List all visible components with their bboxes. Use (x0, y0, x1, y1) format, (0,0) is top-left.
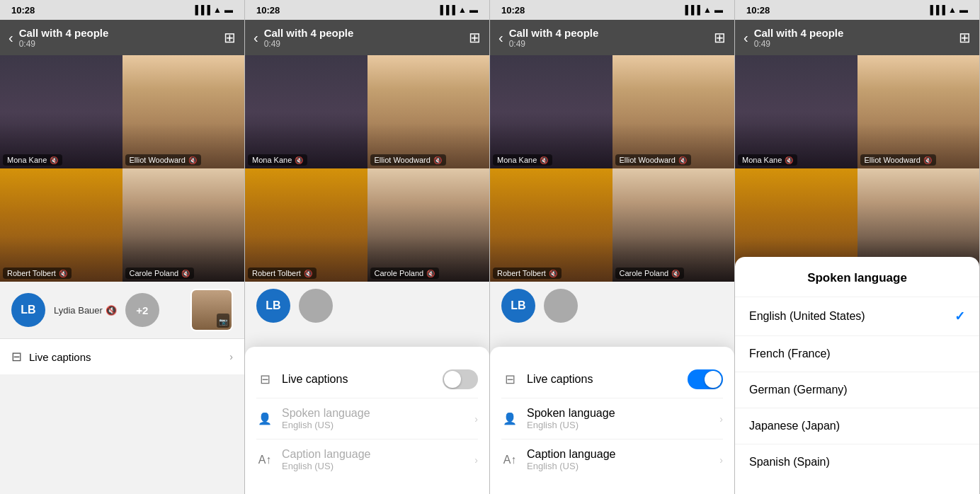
signal-icon-2: ▐▐▐ (438, 5, 456, 15)
language-item[interactable]: German (Germany) (735, 372, 979, 408)
gray-avatar-2 (299, 289, 333, 323)
captions-icon-2: ⊟ (256, 372, 273, 387)
spoken-icon-3: 👤 (501, 412, 518, 425)
time-2: 10:28 (256, 5, 280, 16)
language-name: English (United States) (749, 310, 955, 323)
video-elliot-4: Elliot Woodward 🔇 (858, 55, 980, 168)
spoken-title-3: Spoken language (527, 407, 711, 420)
elliot-name-1: Elliot Woodward (130, 156, 186, 164)
language-item[interactable]: Spanish (Spain) (735, 444, 979, 480)
panel-2: 10:28 ▐▐▐ ▲ ▬ ‹ Call with 4 people 0:49 … (245, 0, 490, 494)
captions-toggle-3[interactable] (688, 369, 723, 389)
call-header-3: ‹ Call with 4 people 0:49 ⊞ (490, 20, 734, 55)
captions-icon-1: ⊟ (11, 349, 22, 364)
bottom-area-3: LB ⊟ Live captions 👤 Spoken language Eng… (490, 282, 734, 494)
caption-lang-row-2: A↑ Caption language English (US) › (256, 440, 478, 480)
caption-lang-row-3[interactable]: A↑ Caption language English (US) › (501, 440, 723, 480)
back-button-3[interactable]: ‹ (498, 30, 503, 46)
call-title-2: Call with 4 people (264, 27, 463, 39)
status-bar-1: 10:28 ▐▐▐ ▲ ▬ (0, 0, 244, 20)
wifi-icon-3: ▲ (703, 5, 712, 15)
spoken-content-2: Spoken language English (US) (282, 407, 466, 430)
settings-captions-row-2[interactable]: ⊟ Live captions (256, 361, 478, 398)
video-grid-3: Mona Kane 🔇 Elliot Woodward 🔇 Robert Tol… (490, 55, 734, 282)
battery-icon-2: ▬ (469, 5, 478, 15)
mona-name-1: Mona Kane (7, 156, 47, 164)
battery-icon: ▬ (224, 5, 233, 15)
settings-captions-row-3[interactable]: ⊟ Live captions (501, 361, 723, 398)
mic-elliot-3: 🔇 (678, 156, 687, 164)
language-list: English (United States)✓French (France)G… (735, 297, 979, 480)
battery-icon-4: ▬ (959, 5, 968, 15)
mic-elliot-2: 🔇 (433, 156, 442, 164)
call-duration-2: 0:49 (264, 39, 463, 49)
status-icons-2: ▐▐▐ ▲ ▬ (438, 5, 478, 15)
call-duration-3: 0:49 (509, 39, 708, 49)
language-name: German (Germany) (749, 384, 965, 396)
time-4: 10:28 (746, 5, 770, 16)
call-header-4: ‹ Call with 4 people 0:49 ⊞ (735, 20, 979, 55)
chevron-right-1: › (229, 351, 233, 362)
mic-elliot-4: 🔇 (923, 156, 932, 164)
back-button-2[interactable]: ‹ (253, 30, 258, 46)
label-elliot-2: Elliot Woodward 🔇 (370, 154, 446, 166)
settings-panel-2: ⊟ Live captions 👤 Spoken language Englis… (245, 347, 489, 494)
language-name: Japanese (Japan) (749, 420, 965, 432)
video-mona-1: Mona Kane 🔇 (0, 55, 122, 168)
video-robert-2: Robert Tolbert 🔇 (245, 168, 368, 282)
captions-toggle-2[interactable] (443, 369, 478, 389)
language-item[interactable]: Japanese (Japan) (735, 408, 979, 444)
wifi-icon: ▲ (213, 5, 222, 15)
lydia-avatar-3: LB (501, 289, 535, 323)
caption-content-3: Caption language English (US) (527, 448, 711, 471)
label-mona-1: Mona Kane 🔇 (3, 154, 62, 166)
participants-icon-3[interactable]: ⊞ (714, 29, 726, 46)
label-mona-3: Mona Kane 🔇 (493, 154, 552, 166)
participants-icon-1[interactable]: ⊞ (224, 29, 236, 46)
video-mona-2: Mona Kane 🔇 (245, 55, 368, 168)
language-name: French (France) (749, 347, 965, 360)
spoken-chevron-3: › (719, 413, 723, 425)
caption-title-3: Caption language (527, 448, 711, 461)
participants-icon-2[interactable]: ⊞ (469, 29, 481, 46)
video-elliot-3: Elliot Woodward 🔇 (612, 55, 735, 168)
mic-robert-3: 🔇 (549, 270, 557, 277)
label-mona-4: Mona Kane 🔇 (738, 154, 797, 166)
call-info-3: Call with 4 people 0:49 (509, 27, 708, 49)
participants-icon-4[interactable]: ⊞ (959, 29, 971, 46)
back-button-4[interactable]: ‹ (743, 30, 748, 46)
language-item[interactable]: English (United States)✓ (735, 297, 979, 336)
time-1: 10:28 (11, 5, 35, 16)
mic-carole-3: 🔇 (671, 270, 680, 277)
mic-carole-2: 🔇 (426, 270, 435, 277)
captions-icon-3: ⊟ (501, 372, 518, 387)
call-header-2: ‹ Call with 4 people 0:49 ⊞ (245, 20, 489, 55)
video-grid-2: Mona Kane 🔇 Elliot Woodward 🔇 Robert Tol… (245, 55, 489, 282)
video-robert-1: Robert Tolbert 🔇 (0, 168, 122, 282)
back-button-1[interactable]: ‹ (8, 30, 13, 46)
status-bar-2: 10:28 ▐▐▐ ▲ ▬ (245, 0, 489, 20)
call-info-4: Call with 4 people 0:49 (754, 27, 953, 49)
video-elliot-1: Elliot Woodward 🔇 (122, 55, 245, 168)
panel-1: 10:28 ▐▐▐ ▲ ▬ ‹ Call with 4 people 0:49 … (0, 0, 245, 494)
spoken-content-3: Spoken language English (US) (527, 407, 711, 430)
label-robert-1: Robert Tolbert 🔇 (3, 268, 72, 279)
spoken-lang-row-3[interactable]: 👤 Spoken language English (US) › (501, 398, 723, 440)
camera-overlay-icon: 📷 (219, 318, 227, 326)
label-robert-2: Robert Tolbert 🔇 (248, 268, 317, 279)
captions-content-2: Live captions (282, 373, 434, 386)
video-grid-1: Mona Kane 🔇 Elliot Woodward 🔇 Robert Tol… (0, 55, 244, 282)
mic-robert-2: 🔇 (304, 270, 312, 277)
spoken-lang-row-2: 👤 Spoken language English (US) › (256, 398, 478, 440)
lydia-avatar-2: LB (256, 289, 290, 323)
video-carole-3: Carole Poland 🔇 (612, 168, 735, 282)
label-carole-1: Carole Poland 🔇 (125, 268, 195, 279)
status-icons-3: ▐▐▐ ▲ ▬ (683, 5, 723, 15)
call-info-2: Call with 4 people 0:49 (264, 27, 463, 49)
mic-off-carole-1: 🔇 (181, 270, 190, 277)
video-elliot-2: Elliot Woodward 🔇 (368, 55, 490, 168)
video-mona-4: Mona Kane 🔇 (735, 55, 858, 168)
language-item[interactable]: French (France) (735, 336, 979, 372)
mic-mona-2: 🔇 (295, 156, 303, 164)
live-captions-link-1[interactable]: ⊟ Live captions › (0, 338, 244, 374)
